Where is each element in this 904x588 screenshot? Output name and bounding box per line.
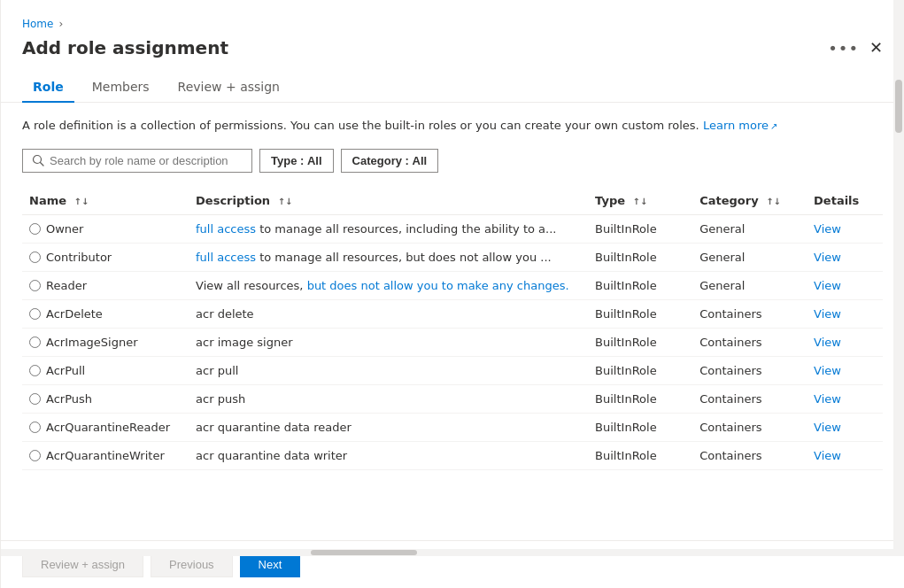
cell-type-8: BuiltInRole bbox=[588, 441, 692, 469]
sort-icon-type: ↑↓ bbox=[633, 197, 648, 206]
info-text-body: A role definition is a collection of per… bbox=[22, 119, 699, 132]
view-link-8[interactable]: View bbox=[814, 449, 841, 462]
cell-name-5[interactable]: AcrPull bbox=[22, 356, 189, 384]
horizontal-scrollbar[interactable] bbox=[1, 549, 893, 556]
table-row[interactable]: Owner full access to manage all resource… bbox=[22, 214, 883, 243]
category-filter-value: All bbox=[413, 154, 428, 167]
sort-icon-name: ↑↓ bbox=[74, 197, 89, 206]
cell-details-4[interactable]: View bbox=[807, 328, 883, 356]
sort-icon-category: ↑↓ bbox=[766, 197, 781, 206]
view-link-2[interactable]: View bbox=[814, 279, 841, 292]
cell-details-2[interactable]: View bbox=[807, 271, 883, 299]
role-radio-4[interactable] bbox=[29, 337, 41, 348]
cell-desc-4: acr image signer bbox=[189, 328, 588, 356]
desc-text-8: acr quarantine data writer bbox=[196, 449, 347, 462]
search-input[interactable] bbox=[50, 154, 243, 167]
role-name-3: AcrDelete bbox=[46, 307, 103, 321]
view-link-0[interactable]: View bbox=[814, 222, 841, 236]
cell-category-1: General bbox=[692, 243, 807, 271]
col-header-type[interactable]: Type ↑↓ bbox=[588, 187, 692, 215]
search-box[interactable] bbox=[22, 149, 252, 173]
view-link-4[interactable]: View bbox=[814, 336, 841, 349]
role-name-2: Reader bbox=[46, 279, 87, 292]
tab-role[interactable]: Role bbox=[22, 73, 74, 103]
cell-desc-0: full access to manage all resources, inc… bbox=[189, 214, 588, 243]
col-header-category[interactable]: Category ↑↓ bbox=[692, 187, 807, 215]
role-radio-8[interactable] bbox=[29, 450, 41, 461]
desc-text-4: acr image signer bbox=[196, 336, 292, 349]
role-radio-6[interactable] bbox=[29, 393, 41, 405]
cell-category-6: Containers bbox=[692, 384, 807, 413]
category-filter-button[interactable]: Category : All bbox=[341, 149, 439, 173]
cell-name-7[interactable]: AcrQuarantineReader bbox=[22, 413, 189, 441]
panel-content: A role definition is a collection of per… bbox=[1, 103, 904, 540]
role-radio-5[interactable] bbox=[29, 365, 41, 376]
view-link-5[interactable]: View bbox=[814, 364, 841, 377]
tab-members[interactable]: Members bbox=[81, 73, 160, 103]
learn-more-link[interactable]: Learn more↗ bbox=[703, 119, 778, 132]
cell-details-3[interactable]: View bbox=[807, 299, 883, 328]
role-radio-7[interactable] bbox=[29, 422, 41, 433]
cell-name-8[interactable]: AcrQuarantineWriter bbox=[22, 441, 189, 469]
scrollbar-thumb[interactable] bbox=[895, 80, 902, 133]
cell-name-2[interactable]: Reader bbox=[22, 271, 189, 299]
cell-name-3[interactable]: AcrDelete bbox=[22, 299, 189, 328]
cell-desc-3: acr delete bbox=[189, 299, 588, 328]
horizontal-scrollbar-thumb[interactable] bbox=[311, 550, 417, 555]
role-radio-0[interactable] bbox=[29, 223, 41, 235]
table-row[interactable]: AcrPull acr pull BuiltInRole Containers … bbox=[22, 356, 883, 384]
cell-desc-5: acr pull bbox=[189, 356, 588, 384]
tab-review-assign[interactable]: Review + assign bbox=[167, 73, 290, 103]
table-row[interactable]: AcrPush acr push BuiltInRole Containers … bbox=[22, 384, 883, 413]
desc-text-2: View all resources, but does not allow y… bbox=[196, 279, 569, 292]
cell-category-0: General bbox=[692, 214, 807, 243]
cell-type-6: BuiltInRole bbox=[588, 384, 692, 413]
table-row[interactable]: AcrQuarantineWriter acr quarantine data … bbox=[22, 441, 883, 469]
filter-row: Type : All Category : All bbox=[22, 149, 883, 173]
role-name-6: AcrPush bbox=[46, 392, 92, 406]
cell-name-4[interactable]: AcrImageSigner bbox=[22, 328, 189, 356]
panel-header: Home › Add role assignment ••• ✕ Role Me… bbox=[1, 0, 904, 103]
col-header-description[interactable]: Description ↑↓ bbox=[189, 187, 588, 215]
role-name-4: AcrImageSigner bbox=[46, 336, 138, 349]
view-link-7[interactable]: View bbox=[814, 421, 841, 434]
role-name-0: Owner bbox=[46, 222, 83, 236]
role-radio-1[interactable] bbox=[29, 251, 41, 263]
search-icon bbox=[32, 154, 44, 166]
table-row[interactable]: AcrQuarantineReader acr quarantine data … bbox=[22, 413, 883, 441]
role-name-8: AcrQuarantineWriter bbox=[46, 449, 165, 462]
table-row[interactable]: Reader View all resources, but does not … bbox=[22, 271, 883, 299]
desc-text-6: acr push bbox=[196, 392, 245, 406]
breadcrumb-home[interactable]: Home bbox=[22, 18, 53, 30]
desc-text-5: acr pull bbox=[196, 364, 238, 377]
cell-category-2: General bbox=[692, 271, 807, 299]
vertical-scrollbar[interactable] bbox=[893, 0, 904, 556]
type-filter-button[interactable]: Type : All bbox=[259, 149, 334, 173]
cell-details-6[interactable]: View bbox=[807, 384, 883, 413]
view-link-1[interactable]: View bbox=[814, 251, 841, 264]
info-text: A role definition is a collection of per… bbox=[22, 117, 883, 135]
cell-type-2: BuiltInRole bbox=[588, 271, 692, 299]
table-row[interactable]: Contributor full access to manage all re… bbox=[22, 243, 883, 271]
table-row[interactable]: AcrDelete acr delete BuiltInRole Contain… bbox=[22, 299, 883, 328]
cell-details-0[interactable]: View bbox=[807, 214, 883, 243]
roles-table: Name ↑↓ Description ↑↓ Type ↑↓ Categor bbox=[22, 187, 883, 470]
view-link-3[interactable]: View bbox=[814, 307, 841, 321]
cell-details-8[interactable]: View bbox=[807, 441, 883, 469]
cell-name-6[interactable]: AcrPush bbox=[22, 384, 189, 413]
col-header-details: Details bbox=[807, 187, 883, 215]
desc-text-0: full access to manage all resources, inc… bbox=[196, 222, 556, 236]
cell-details-5[interactable]: View bbox=[807, 356, 883, 384]
col-header-name[interactable]: Name ↑↓ bbox=[22, 187, 189, 215]
more-options-icon[interactable]: ••• bbox=[828, 39, 859, 58]
view-link-6[interactable]: View bbox=[814, 392, 841, 406]
cell-details-7[interactable]: View bbox=[807, 413, 883, 441]
cell-name-0[interactable]: Owner bbox=[22, 214, 189, 243]
role-radio-2[interactable] bbox=[29, 280, 41, 291]
role-radio-3[interactable] bbox=[29, 308, 41, 320]
close-button[interactable]: ✕ bbox=[869, 40, 883, 56]
type-filter-label: Type : bbox=[271, 154, 304, 167]
table-row[interactable]: AcrImageSigner acr image signer BuiltInR… bbox=[22, 328, 883, 356]
cell-details-1[interactable]: View bbox=[807, 243, 883, 271]
cell-name-1[interactable]: Contributor bbox=[22, 243, 189, 271]
